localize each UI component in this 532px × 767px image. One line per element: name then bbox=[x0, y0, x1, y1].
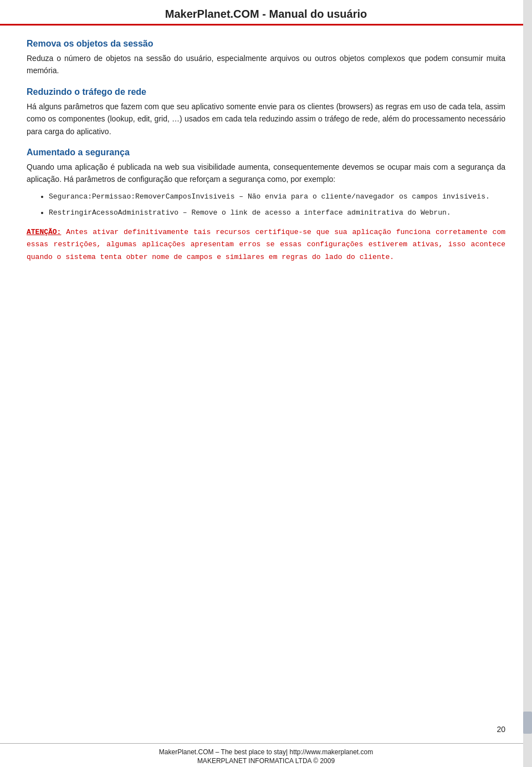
list-item: RestringirAcessoAdministrativo – Remove … bbox=[49, 207, 505, 219]
section-title-aumentado: Aumentado a segurança bbox=[27, 148, 505, 158]
page-title: MakerPlanet.COM - Manual do usuário bbox=[0, 8, 532, 21]
attention-text: Antes ativar definitivamente tais recurs… bbox=[27, 228, 505, 261]
scrollbar[interactable] bbox=[523, 0, 532, 767]
footer-line1: MakerPlanet.COM – The best place to stay… bbox=[27, 748, 505, 756]
bullet-code-1: Seguranca:Permissao:RemoverCamposInvisiv… bbox=[49, 192, 234, 201]
section-title-reduzindo: Reduzindo o tráfego de rede bbox=[27, 87, 505, 97]
page-footer: MakerPlanet.COM – The best place to stay… bbox=[0, 743, 532, 767]
attention-block: ATENÇÃO: Antes ativar definitivamente ta… bbox=[27, 226, 505, 263]
section-title-remova: Remova os objetos da sessão bbox=[27, 39, 505, 49]
bullet-desc-1: – Não envia para o cliente/navegador os … bbox=[239, 192, 489, 201]
page-number: 20 bbox=[497, 725, 505, 734]
section-aumentado-para1: Quando uma aplicação é publicada na web … bbox=[27, 161, 505, 186]
list-item: Seguranca:Permissao:RemoverCamposInvisiv… bbox=[49, 191, 505, 203]
bullet-desc-2: – Remove o link de acesso a interface ad… bbox=[183, 209, 451, 217]
security-bullet-list: Seguranca:Permissao:RemoverCamposInvisiv… bbox=[49, 191, 505, 219]
page-header: MakerPlanet.COM - Manual do usuário bbox=[0, 0, 532, 26]
scrollbar-thumb[interactable] bbox=[523, 712, 532, 734]
bullet-code-2: RestringirAcessoAdministrativo bbox=[49, 209, 178, 217]
footer-line2: MAKERPLANET INFORMATICA LTDA © 2009 bbox=[27, 757, 505, 765]
section-remova-para1: Reduza o número de objetos na sessão do … bbox=[27, 52, 505, 77]
attention-label: ATENÇÃO: bbox=[27, 228, 61, 236]
section-reduzindo-para1: Há alguns parâmetros que fazem com que s… bbox=[27, 100, 505, 138]
